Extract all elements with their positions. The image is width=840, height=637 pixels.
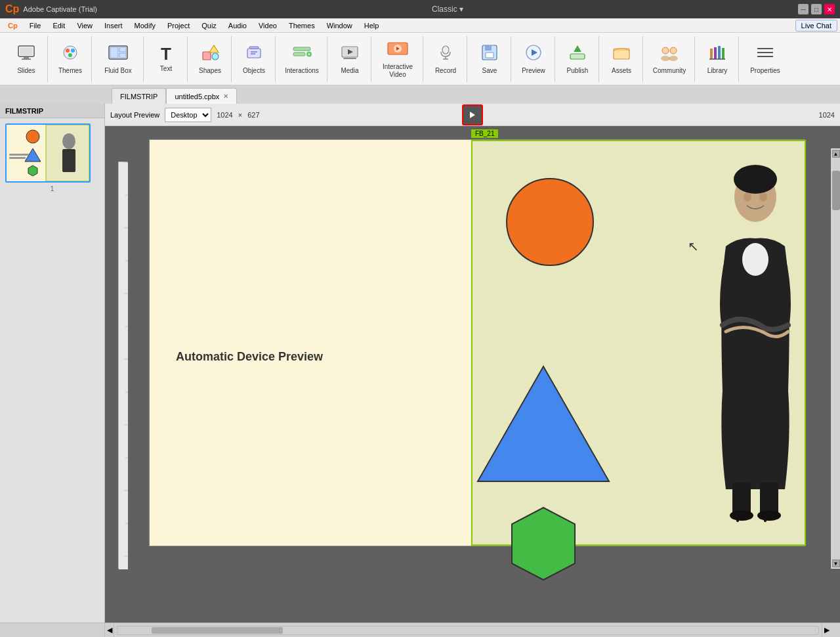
layout-select[interactable]: Desktop Tablet Phone — [165, 108, 211, 122]
svg-point-78 — [759, 192, 767, 202]
svg-rect-51 — [7, 125, 46, 181]
slides-button[interactable]: Slides — [8, 38, 45, 80]
tab-bar: FILMSTRIP untitled5.cpbx ✕ — [0, 85, 840, 104]
minimize-button[interactable]: ─ — [798, 4, 808, 14]
menu-edit[interactable]: Edit — [47, 20, 70, 31]
vertical-scrollbar[interactable]: ▲ ▼ — [831, 148, 840, 569]
themes-button[interactable]: Themes — [52, 38, 89, 80]
tab-filmstrip-label: FILMSTRIP — [120, 93, 158, 100]
interactive-video-button[interactable]: Interactive Video — [375, 38, 420, 80]
h-scroll-left[interactable]: ◀ — [105, 623, 114, 638]
play-button[interactable] — [462, 104, 483, 125]
blue-triangle[interactable] — [474, 363, 612, 486]
canvas-width: 1024 — [217, 111, 232, 119]
title-center: Classic ▾ — [432, 5, 463, 14]
svg-point-86 — [507, 179, 593, 265]
svg-point-53 — [26, 130, 39, 143]
menu-help[interactable]: Help — [359, 20, 385, 31]
interactions-button[interactable]: Interactions — [280, 38, 324, 80]
canvas-container[interactable]: Automatic Device Preview FB_21 — [105, 126, 840, 623]
layout-bar: Layout Preview Desktop Tablet Phone 1024… — [105, 104, 840, 126]
text-icon: T — [161, 45, 171, 62]
tab-untitled5-label: untitled5.cpbx — [175, 93, 219, 100]
tab-filmstrip[interactable]: FILMSTRIP — [112, 88, 166, 104]
menu-audio[interactable]: Audio — [223, 20, 252, 31]
community-label: Community — [653, 67, 686, 75]
slide-canvas[interactable]: Automatic Device Preview FB_21 — [149, 139, 805, 546]
properties-button[interactable]: Properties — [743, 38, 788, 80]
filmstrip-header: FILMSTRIP — [0, 104, 104, 118]
save-button[interactable]: Save — [471, 38, 508, 80]
toolbar-group-properties: Properties — [740, 36, 790, 82]
shapes-button[interactable]: Shapes — [192, 38, 228, 80]
scrollbar-up-button[interactable]: ▲ — [832, 150, 840, 158]
media-label: Media — [341, 67, 358, 75]
h-scroll-right[interactable]: ▶ — [822, 623, 831, 638]
maximize-button[interactable]: □ — [811, 4, 822, 14]
menu-file[interactable]: File — [24, 20, 47, 31]
scrollbar-down-button[interactable]: ▼ — [832, 560, 840, 567]
preview-button[interactable]: Preview — [515, 38, 552, 80]
assets-button[interactable]: Assets — [603, 38, 640, 80]
library-button[interactable]: Library — [699, 38, 736, 80]
menu-view[interactable]: View — [72, 20, 98, 31]
mode-label: Classic — [432, 5, 457, 14]
menu-insert[interactable]: Insert — [99, 20, 128, 31]
menu-modify[interactable]: Modify — [129, 20, 161, 31]
ruler-indicator: 1024 — [819, 111, 835, 119]
text-button[interactable]: T Text — [148, 38, 184, 80]
menu-window[interactable]: Window — [322, 20, 358, 31]
svg-rect-3 — [22, 58, 31, 60]
media-button[interactable]: Media — [331, 38, 368, 80]
slide-thumbnail-1[interactable] — [5, 123, 91, 183]
orange-circle[interactable] — [504, 176, 596, 269]
record-button[interactable]: Record — [427, 38, 464, 80]
menu-cp[interactable]: Cp — [3, 20, 23, 31]
library-icon — [708, 43, 726, 64]
interactions-label: Interactions — [285, 67, 319, 75]
media-icon — [341, 43, 359, 64]
toolbar-group-objects: Objects — [233, 36, 276, 82]
green-hexagon[interactable] — [503, 504, 585, 594]
close-button[interactable]: ✕ — [824, 4, 835, 14]
save-label: Save — [482, 67, 497, 75]
h-scrollbar-thumb[interactable] — [152, 627, 283, 634]
slide-text: Automatic Device Preview — [176, 350, 323, 364]
fluid-box-icon — [108, 43, 129, 64]
tab-close-icon[interactable]: ✕ — [223, 93, 228, 100]
toolbar-group-shapes: Shapes — [189, 36, 232, 82]
preview-icon — [524, 43, 543, 64]
svg-point-41 — [661, 56, 670, 61]
toolbar-group-media: Media — [329, 36, 371, 82]
svg-rect-32 — [485, 45, 492, 51]
properties-icon — [755, 43, 776, 64]
scrollbar-thumb[interactable] — [832, 171, 840, 210]
horizontal-scrollbar[interactable] — [117, 626, 819, 635]
vertical-ruler — [118, 162, 127, 569]
menu-project[interactable]: Project — [162, 20, 195, 31]
mode-dropdown-icon[interactable]: ▾ — [459, 5, 463, 14]
toolbar-group-preview: Preview — [513, 36, 555, 82]
menu-video[interactable]: Video — [253, 20, 282, 31]
interactive-video-label: Interactive Video — [375, 63, 420, 79]
community-button[interactable]: Community — [647, 38, 692, 80]
fluid-box-button[interactable]: Fluid Box — [96, 38, 140, 80]
toolbar-group-slides: Slides — [5, 36, 48, 82]
objects-button[interactable]: Objects — [236, 38, 272, 80]
filmstrip-content[interactable]: 1 — [0, 118, 104, 623]
tab-untitled5[interactable]: untitled5.cpbx ✕ — [166, 88, 237, 104]
assets-icon — [612, 43, 631, 64]
interactive-video-icon — [387, 39, 409, 60]
window-controls: ─ □ ✕ — [798, 4, 835, 14]
publish-button[interactable]: Publish — [559, 38, 596, 80]
text-label: Text — [160, 65, 172, 73]
svg-rect-19 — [293, 47, 310, 51]
menu-quiz[interactable]: Quiz — [196, 20, 222, 31]
svg-marker-60 — [470, 112, 475, 118]
menu-themes[interactable]: Themes — [284, 20, 320, 31]
svg-rect-12 — [203, 52, 211, 60]
svg-marker-87 — [478, 366, 609, 481]
live-chat-button[interactable]: Live Chat — [795, 20, 837, 32]
toolbar-group-text: T Text — [145, 36, 188, 82]
objects-label: Objects — [243, 67, 265, 75]
